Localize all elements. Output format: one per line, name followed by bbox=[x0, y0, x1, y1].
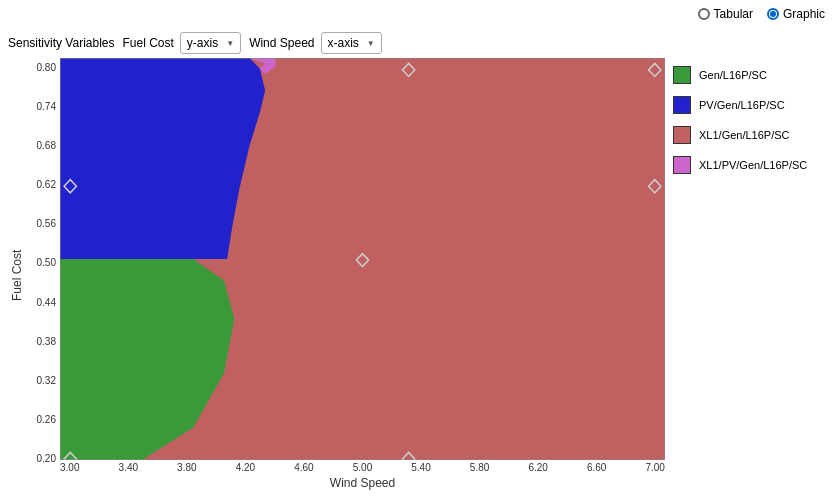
wind-speed-chevron-icon: ▼ bbox=[367, 39, 375, 48]
x-tick: 3.40 bbox=[119, 462, 138, 476]
legend-label-xl1pvgen: XL1/PV/Gen/L16P/SC bbox=[699, 159, 807, 171]
y-tick: 0.62 bbox=[37, 179, 56, 190]
x-tick: 6.60 bbox=[587, 462, 606, 476]
top-bar: Tabular Graphic bbox=[0, 0, 833, 28]
x-axis-label: Wind Speed bbox=[60, 476, 665, 492]
x-tick: 5.80 bbox=[470, 462, 489, 476]
y-ticks: 0.80 0.74 0.68 0.62 0.56 0.50 0.44 0.38 … bbox=[26, 58, 60, 492]
y-axis-label: Fuel Cost bbox=[8, 58, 26, 492]
y-tick: 0.80 bbox=[37, 62, 56, 73]
sensitivity-label: Sensitivity Variables bbox=[8, 36, 115, 50]
graphic-option[interactable]: Graphic bbox=[767, 7, 825, 21]
y-tick: 0.44 bbox=[37, 297, 56, 308]
graphic-radio[interactable] bbox=[767, 8, 779, 20]
fuel-cost-chevron-icon: ▼ bbox=[226, 39, 234, 48]
y-tick: 0.26 bbox=[37, 414, 56, 425]
legend: Gen/L16P/SC PV/Gen/L16P/SC XL1/Gen/L16P/… bbox=[665, 58, 825, 492]
legend-label-pvgen: PV/Gen/L16P/SC bbox=[699, 99, 785, 111]
legend-item-gen: Gen/L16P/SC bbox=[673, 66, 817, 84]
wind-speed-label: Wind Speed bbox=[249, 36, 314, 50]
legend-color-gen bbox=[673, 66, 691, 84]
chart-svg bbox=[60, 58, 665, 460]
legend-item-xl1pvgen: XL1/PV/Gen/L16P/SC bbox=[673, 156, 817, 174]
legend-item-xl1gen: XL1/Gen/L16P/SC bbox=[673, 126, 817, 144]
tabular-option[interactable]: Tabular bbox=[698, 7, 753, 21]
x-tick: 5.40 bbox=[411, 462, 430, 476]
legend-color-pvgen bbox=[673, 96, 691, 114]
graphic-label: Graphic bbox=[783, 7, 825, 21]
fuel-cost-dropdown[interactable]: y-axis ▼ bbox=[180, 32, 241, 54]
fuel-cost-label: Fuel Cost bbox=[123, 36, 174, 50]
legend-label-xl1gen: XL1/Gen/L16P/SC bbox=[699, 129, 790, 141]
x-tick: 4.20 bbox=[236, 462, 255, 476]
x-tick: 5.00 bbox=[353, 462, 372, 476]
legend-color-xl1gen bbox=[673, 126, 691, 144]
tabular-radio[interactable] bbox=[698, 8, 710, 20]
wind-speed-group: Wind Speed x-axis ▼ bbox=[249, 32, 382, 54]
x-tick: 7.00 bbox=[645, 462, 664, 476]
legend-color-xl1pvgen bbox=[673, 156, 691, 174]
y-tick: 0.38 bbox=[37, 336, 56, 347]
sensitivity-row: Sensitivity Variables Fuel Cost y-axis ▼… bbox=[0, 28, 833, 58]
wind-speed-axis-value: x-axis bbox=[328, 36, 359, 50]
chart-svg-area bbox=[60, 58, 665, 460]
x-tick: 6.20 bbox=[528, 462, 547, 476]
x-tick: 4.60 bbox=[294, 462, 313, 476]
legend-label-gen: Gen/L16P/SC bbox=[699, 69, 767, 81]
tabular-label: Tabular bbox=[714, 7, 753, 21]
y-tick: 0.20 bbox=[37, 453, 56, 464]
wind-speed-dropdown[interactable]: x-axis ▼ bbox=[321, 32, 382, 54]
x-ticks: 3.00 3.40 3.80 4.20 4.60 5.00 5.40 5.80 … bbox=[60, 460, 665, 476]
y-tick: 0.74 bbox=[37, 101, 56, 112]
fuel-cost-axis-value: y-axis bbox=[187, 36, 218, 50]
y-tick: 0.68 bbox=[37, 140, 56, 151]
y-tick: 0.32 bbox=[37, 375, 56, 386]
y-tick: 0.50 bbox=[37, 257, 56, 268]
y-tick: 0.56 bbox=[37, 218, 56, 229]
legend-item-pvgen: PV/Gen/L16P/SC bbox=[673, 96, 817, 114]
chart-container: 3.00 3.40 3.80 4.20 4.60 5.00 5.40 5.80 … bbox=[60, 58, 665, 492]
chart-area: Fuel Cost 0.80 0.74 0.68 0.62 0.56 0.50 … bbox=[0, 58, 833, 500]
fuel-cost-group: Fuel Cost y-axis ▼ bbox=[123, 32, 242, 54]
x-tick: 3.80 bbox=[177, 462, 196, 476]
x-tick: 3.00 bbox=[60, 462, 79, 476]
view-toggle: Tabular Graphic bbox=[698, 7, 825, 21]
